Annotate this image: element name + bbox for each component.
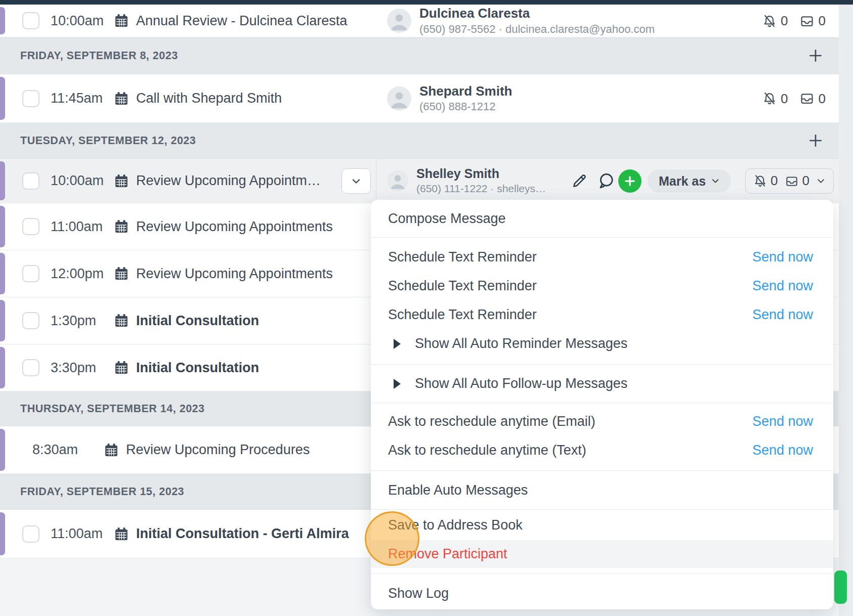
menu-item-label: Save to Address Book	[388, 517, 523, 533]
floating-action-button[interactable]	[834, 570, 847, 604]
appointment-time: 10:00am	[51, 173, 114, 189]
menu-item-label: Enable Auto Messages	[388, 482, 528, 498]
appointment-time: 11:00am	[51, 219, 114, 235]
participant-context-menu: Compose Message Schedule Text Reminder S…	[371, 200, 833, 609]
appointment-row[interactable]: 10:00am Annual Review - Dulcinea Clarest…	[0, 5, 839, 37]
reminder-count: 0	[781, 13, 788, 29]
reminder-count: 0	[771, 173, 778, 189]
row-checkbox[interactable]	[22, 525, 39, 543]
menu-item-compose-message[interactable]: Compose Message	[371, 200, 833, 237]
appointment-accent-bar	[0, 429, 5, 471]
menu-item-label: Compose Message	[388, 211, 506, 227]
message-count: 0	[819, 91, 826, 106]
menu-item-label: Schedule Text Reminder	[388, 249, 537, 265]
avatar	[387, 86, 411, 111]
menu-item-show-all-auto-reminder[interactable]: Show All Auto Reminder Messages	[371, 329, 833, 358]
contact-info[interactable]: Shepard Smith (650) 888-1212	[387, 82, 512, 114]
appointment-time: 1:30pm	[51, 313, 114, 329]
appointment-title: Annual Review - Dulcinea Claresta	[136, 13, 347, 29]
menu-item-remove-participant[interactable]: Remove Participant	[371, 540, 833, 568]
bell-off-icon	[762, 92, 777, 106]
menu-item-label: Ask to reschedule anytime (Email)	[388, 414, 595, 429]
mark-as-button[interactable]: Mark as	[648, 169, 731, 192]
appointment-accent-bar	[0, 161, 5, 200]
contact-name: Shelley Smith	[416, 166, 546, 182]
inbox-icon	[799, 14, 815, 28]
appointment-time: 12:00pm	[51, 266, 114, 282]
row-checkbox[interactable]	[22, 312, 39, 329]
contact-detail: (650) 987-5562 · dulcinea.claresta@yahoo…	[419, 21, 655, 36]
appointment-row-selected[interactable]: 10:00am Review Upcoming Appointm… Shelle…	[0, 159, 839, 203]
notifications-dropdown[interactable]: 0 0	[745, 168, 834, 194]
row-checkbox[interactable]	[22, 218, 39, 235]
appointment-title: Review Upcoming Procedures	[126, 442, 310, 458]
chat-bubble-icon[interactable]	[597, 172, 615, 190]
page-background-strip	[839, 5, 853, 616]
chevron-down-icon	[816, 176, 826, 186]
appointment-title: Review Upcoming Appointm…	[136, 173, 321, 189]
contact-name: Dulcinea Claresta	[419, 5, 655, 22]
menu-item-schedule-text-reminder[interactable]: Schedule Text Reminder Send now	[371, 272, 833, 300]
calendar-icon	[104, 443, 119, 458]
row-checkbox[interactable]	[22, 90, 39, 107]
message-count: 0	[802, 173, 809, 189]
triangle-right-icon	[394, 379, 401, 389]
appointment-accent-bar	[0, 7, 5, 34]
contact-detail: (650) 111-1222 · shelleys…	[416, 182, 546, 196]
bell-off-icon	[762, 14, 777, 28]
appointment-title: Initial Consultation	[136, 313, 259, 329]
add-participant-button[interactable]	[618, 169, 642, 193]
contact-info[interactable]: Dulcinea Claresta (650) 987-5562 · dulci…	[387, 5, 655, 36]
mark-as-label: Mark as	[659, 173, 706, 188]
menu-item-save-to-address-book[interactable]: Save to Address Book	[371, 510, 833, 540]
appointment-time: 10:00am	[51, 13, 114, 29]
appointment-accent-bar	[0, 512, 5, 555]
send-now-link[interactable]: Send now	[752, 278, 813, 294]
date-section-header: TUESDAY, SEPTEMBER 12, 2023	[0, 123, 839, 159]
appointment-title: Call with Shepard Smith	[136, 91, 282, 106]
appointment-accent-bar	[0, 347, 5, 388]
add-appointment-button[interactable]	[807, 133, 824, 149]
appointment-accent-bar	[0, 77, 5, 120]
add-appointment-button[interactable]	[807, 48, 824, 64]
avatar	[387, 9, 411, 33]
appointment-title: Review Upcoming Appointments	[136, 266, 333, 282]
reminder-count: 0	[781, 91, 788, 106]
window-top-bar	[0, 0, 853, 5]
menu-item-reschedule-text[interactable]: Ask to reschedule anytime (Text) Send no…	[371, 436, 833, 465]
send-now-link[interactable]: Send now	[752, 307, 813, 323]
date-section-header: FRIDAY, SEPTEMBER 8, 2023	[0, 37, 839, 74]
appointment-time: 8:30am	[32, 442, 104, 458]
message-count: 0	[819, 13, 826, 29]
expand-appointment-button[interactable]	[342, 168, 371, 194]
menu-item-reschedule-email[interactable]: Ask to reschedule anytime (Email) Send n…	[371, 407, 833, 436]
menu-item-show-all-auto-followup[interactable]: Show All Auto Follow-up Messages	[371, 365, 833, 403]
calendar-icon	[114, 266, 129, 281]
row-divider	[376, 159, 376, 203]
appointment-row[interactable]: 11:45am Call with Shepard Smith Shepard …	[0, 74, 839, 123]
section-date-label: THURSDAY, SEPTEMBER 14, 2023	[20, 403, 205, 415]
notification-counts[interactable]: 0 0	[762, 91, 826, 106]
menu-item-enable-auto-messages[interactable]: Enable Auto Messages	[371, 471, 833, 509]
contact-name: Shepard Smith	[419, 82, 512, 99]
edit-pencil-icon[interactable]	[571, 172, 588, 190]
section-date-label: FRIDAY, SEPTEMBER 8, 2023	[20, 50, 178, 62]
menu-item-show-log[interactable]: Show Log	[371, 574, 833, 609]
appointment-time: 3:30pm	[51, 360, 114, 376]
menu-item-schedule-text-reminder[interactable]: Schedule Text Reminder Send now	[371, 243, 833, 272]
row-checkbox[interactable]	[22, 172, 39, 190]
avatar	[387, 170, 408, 192]
menu-item-schedule-text-reminder[interactable]: Schedule Text Reminder Send now	[371, 300, 833, 329]
send-now-link[interactable]: Send now	[752, 443, 813, 458]
contact-info[interactable]: Shelley Smith (650) 111-1222 · shelleys…	[387, 166, 546, 196]
send-now-link[interactable]: Send now	[752, 414, 813, 429]
menu-item-label: Ask to reschedule anytime (Text)	[388, 443, 586, 458]
row-checkbox[interactable]	[22, 12, 39, 29]
notification-counts[interactable]: 0 0	[762, 13, 826, 29]
row-checkbox[interactable]	[22, 265, 39, 282]
send-now-link[interactable]: Send now	[752, 249, 813, 265]
appointment-title: Initial Consultation - Gerti Almira	[136, 526, 349, 542]
menu-item-label: Remove Participant	[388, 546, 507, 562]
menu-item-label: Schedule Text Reminder	[388, 278, 537, 294]
row-checkbox[interactable]	[22, 359, 39, 376]
